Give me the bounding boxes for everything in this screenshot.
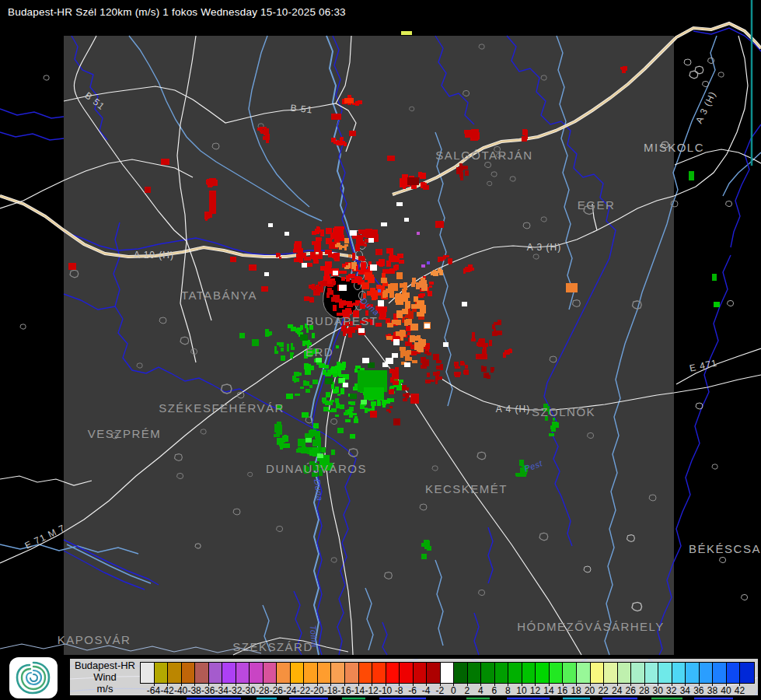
legend-unit: m/s <box>70 683 140 695</box>
legend-tick-label: 18 <box>571 685 581 696</box>
legend-tick-label: 32 <box>666 685 676 696</box>
legend-color-swatch <box>631 663 645 683</box>
legend-color-swatch <box>536 663 550 683</box>
legend-color-swatch <box>604 663 618 683</box>
legend-color-swatch <box>155 663 169 683</box>
legend-tick-label: -64 <box>147 685 160 696</box>
legend-color-swatch <box>359 663 373 683</box>
legend-color-swatch <box>195 663 209 683</box>
legend-tick-label: 34 <box>680 685 690 696</box>
legend-tick-label: 40 <box>721 685 731 696</box>
legend-color-swatch <box>686 663 700 683</box>
legend-tick-label: 42 <box>735 685 745 696</box>
legend-tick-label: -42 <box>160 685 173 696</box>
legend-color-swatch <box>550 663 564 683</box>
page-title: Budapest-HR Szél 120km (m/s) 1 fokos Wed… <box>8 6 346 18</box>
legend-tick-label: -32 <box>229 685 242 696</box>
legend-color-swatch <box>563 663 577 683</box>
legend-tick-label: 8 <box>505 685 511 696</box>
legend-color-swatch <box>250 663 264 683</box>
legend-tick-label: -38 <box>187 685 201 696</box>
legend-tick-label: -16 <box>337 685 351 696</box>
legend-color-swatch <box>372 663 386 683</box>
legend-color-swatch <box>468 663 482 683</box>
legend-tick-label: 6 <box>492 685 497 696</box>
legend-color-swatch <box>236 663 250 683</box>
legend-tick-label: -6 <box>408 685 417 696</box>
legend-color-swatch <box>495 663 509 683</box>
legend-color-swatch <box>182 663 196 683</box>
legend-color-swatch <box>386 663 400 683</box>
legend-color-swatch <box>168 663 182 683</box>
legend-color-swatch <box>727 663 741 683</box>
legend-color-swatch <box>591 663 605 683</box>
legend-tick-label: 26 <box>626 685 636 696</box>
legend-color-swatch <box>264 663 278 683</box>
legend-color-swatch <box>700 663 714 683</box>
legend-color-swatch <box>345 663 359 683</box>
legend-color-swatch <box>672 663 686 683</box>
legend-color-swatch <box>454 663 468 683</box>
legend-tick-label: -28 <box>256 685 269 696</box>
radar-domain-area <box>64 36 674 655</box>
legend-tick-label: -2 <box>435 685 444 696</box>
legend-tick-label: -30 <box>243 685 256 696</box>
color-scale-legend: Budapest-HR Wind m/s -64-42-40-38-36-34-… <box>68 657 759 697</box>
legend-color-swatch <box>508 663 522 683</box>
legend-tick-label: -20 <box>310 685 323 696</box>
legend-tick-label: 24 <box>612 685 622 696</box>
legend-color-swatch <box>209 663 223 683</box>
legend-tick-label: 0 <box>451 685 456 696</box>
legend-colorbar <box>140 662 755 684</box>
legend-color-swatch <box>331 663 345 683</box>
legend-color-swatch <box>441 663 455 683</box>
legend-tick-label: 38 <box>707 685 717 696</box>
legend-tick-label: -10 <box>379 685 392 696</box>
legend-tick-label: 30 <box>653 685 663 696</box>
legend-color-swatch <box>277 663 291 683</box>
legend-tick-label: -22 <box>297 685 310 696</box>
cyclone-spiral-icon <box>9 657 58 698</box>
legend-field-name: Wind <box>70 671 140 683</box>
legend-tick-label: 36 <box>693 685 703 696</box>
legend-color-swatch <box>222 663 236 683</box>
radar-viewport: SALGÓTARJÁNMISKOLCEGERTATABÁNYABUDAPESTÉ… <box>0 0 761 700</box>
weather-app-logo <box>9 657 58 698</box>
legend-tick-label: -26 <box>270 685 283 696</box>
legend-color-swatch <box>740 663 754 683</box>
legend-title: Budapest-HR Wind m/s <box>70 660 140 695</box>
legend-color-swatch <box>427 663 441 683</box>
legend-tick-label: 16 <box>557 685 567 696</box>
legend-color-swatch <box>414 663 428 683</box>
legend-color-swatch <box>577 663 591 683</box>
legend-color-swatch <box>318 663 332 683</box>
legend-tick-label: -36 <box>201 685 215 696</box>
legend-color-swatch <box>645 663 659 683</box>
legend-tick-label: -14 <box>351 685 365 696</box>
legend-tick-label: 2 <box>464 685 470 696</box>
legend-color-swatch <box>481 663 495 683</box>
legend-color-swatch <box>713 663 727 683</box>
legend-tick-label: 10 <box>516 685 526 696</box>
legend-tick-label: -24 <box>283 685 296 696</box>
legend-tick-label: 14 <box>543 685 553 696</box>
legend-color-swatch <box>141 663 155 683</box>
legend-color-swatch <box>304 663 318 683</box>
legend-color-swatch <box>618 663 632 683</box>
legend-color-swatch <box>658 663 672 683</box>
legend-tick-label: 12 <box>530 685 540 696</box>
legend-tick-label: 20 <box>585 685 595 696</box>
legend-color-swatch <box>400 663 414 683</box>
legend-tick-label: -18 <box>324 685 337 696</box>
legend-tick-label: 4 <box>478 685 483 696</box>
legend-color-swatch <box>291 663 305 683</box>
legend-product-name: Budapest-HR <box>70 660 140 671</box>
legend-tick-label: -34 <box>215 685 229 696</box>
legend-tick-label: 22 <box>598 685 608 696</box>
legend-tick-label: -40 <box>174 685 187 696</box>
legend-tick-label: -4 <box>422 685 431 696</box>
legend-color-swatch <box>522 663 536 683</box>
legend-tick-label: -12 <box>365 685 378 696</box>
radar-map <box>0 0 761 700</box>
legend-tick-label: -8 <box>395 685 403 696</box>
